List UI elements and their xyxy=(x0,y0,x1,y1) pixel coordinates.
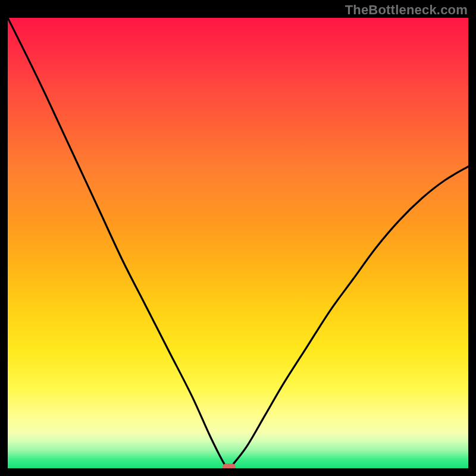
watermark-text: TheBottleneck.com xyxy=(345,2,468,18)
minimum-marker xyxy=(223,464,236,468)
bottleneck-curve xyxy=(8,18,468,468)
plot-area xyxy=(8,18,468,468)
chart-frame: TheBottleneck.com xyxy=(0,0,476,476)
